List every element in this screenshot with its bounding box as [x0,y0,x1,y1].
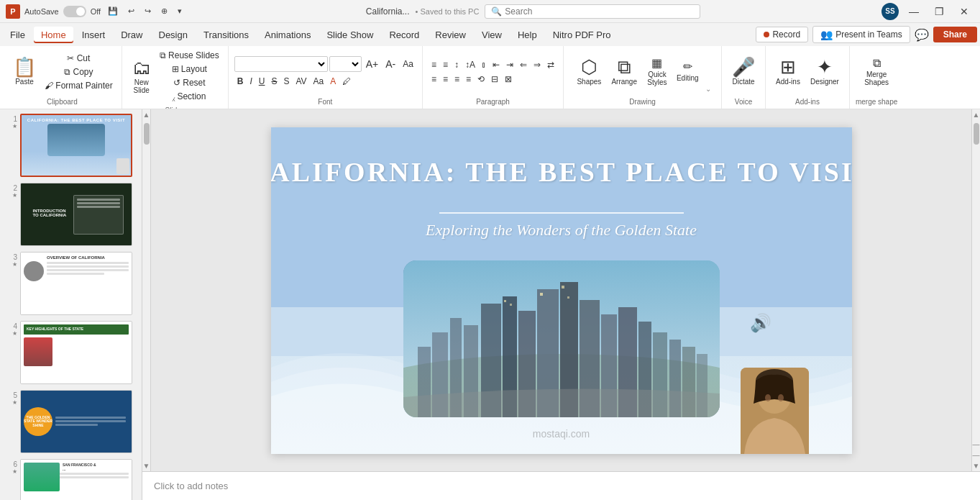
reuse-slides-button[interactable]: ⧉ Reuse Slides [157,49,222,62]
section-button[interactable]: ⁁ Section [157,90,222,103]
slide3-line2 [47,265,129,268]
new-slide-button[interactable]: 🗂 NewSlide [128,56,155,96]
search-box[interactable]: 🔍 [485,4,700,19]
bold-button[interactable]: B [234,75,247,88]
drawing-expand-button[interactable]: ⌄ [704,83,713,94]
menu-help[interactable]: Help [510,27,544,43]
text-align-button[interactable]: ⊟ [488,73,501,86]
redo-button[interactable]: ↪ [142,5,154,17]
rtl-button[interactable]: ⇐ [517,58,530,71]
change-case-button[interactable]: Aa [311,75,327,88]
smartart-button[interactable]: ⊠ [502,73,515,86]
share-button[interactable]: Share [933,27,977,42]
merge-shapes-button[interactable]: ⧉ MergeShapes [860,55,893,88]
autosave-toggle[interactable] [63,6,86,17]
font-grow-button[interactable]: A+ [363,57,382,71]
align-center-button[interactable]: ≡ [440,73,451,86]
font-color-button[interactable]: A [327,75,339,88]
font-shrink-button[interactable]: A- [383,57,398,71]
search-input[interactable] [505,6,694,17]
shadow-button[interactable]: S [280,75,292,88]
slide-thumb-3[interactable]: 3 ★ OVERVIEW OF CALIFORNIA [3,250,139,317]
font-size-select[interactable] [329,56,362,72]
new-slide-quick[interactable]: ⊕ [158,5,170,17]
editing-button[interactable]: ✏ Editing [673,59,702,84]
menu-view[interactable]: View [475,27,509,43]
char-spacing-button[interactable]: AV [293,75,309,88]
indent-increase-button[interactable]: ⇥ [503,58,516,71]
scroll-down-arrow[interactable]: ▼ [142,460,151,471]
align-left-button[interactable]: ≡ [429,73,439,86]
slide-thumb-1[interactable]: 1 ★ CALIFORNIA: THE BEST PLACE TO VISIT [3,112,139,178]
italic-button[interactable]: I [247,75,255,88]
save-button[interactable]: 💾 [105,5,121,17]
customize-quick[interactable]: ▾ [175,5,185,17]
slides-panel[interactable]: 1 ★ CALIFORNIA: THE BEST PLACE TO VISIT … [0,109,142,500]
restore-button[interactable]: ❐ [929,0,950,23]
reset-button[interactable]: ↺ Reset [157,76,222,89]
slide-thumb-5[interactable]: 5 ★ THE GOLDEN STATE WONDER SHINE [3,388,139,455]
record-button[interactable]: Record [756,27,808,42]
minimize-button[interactable]: — [903,0,925,23]
highlight-button[interactable]: 🖊 [339,75,354,88]
columns-button[interactable]: ⫾ [479,58,489,71]
add-ins-button[interactable]: ⊞ Add-ins [771,55,805,88]
font-family-select[interactable] [234,56,328,72]
slide-thumb-6[interactable]: 6 ★ SAN FRANCISCO &... [3,458,139,500]
menu-home[interactable]: Home [34,27,73,43]
canvas-area[interactable]: ▲ ▼ CALIFORNIA: THE BEST PLACE TO VISIT [142,109,980,471]
convert-button[interactable]: ⇄ [544,58,557,71]
menu-animations[interactable]: Animations [257,27,318,43]
slide-canvas[interactable]: CALIFORNIA: THE BEST PLACE TO VISIT Expl… [271,127,852,454]
scroll-up-arrow[interactable]: ▲ [142,109,151,120]
align-right-button[interactable]: ≡ [452,73,462,86]
strikethrough-button[interactable]: S [268,75,280,88]
menu-review[interactable]: Review [428,27,473,43]
quick-styles-button[interactable]: ▦ QuickStyles [643,55,672,88]
close-button[interactable]: ✕ [954,0,974,23]
present-teams-button[interactable]: 👥 Present in Teams [812,26,910,43]
menu-design[interactable]: Design [152,27,195,43]
line-spacing-button[interactable]: ↕ [452,58,462,71]
underline-button[interactable]: U [256,75,268,88]
format-painter-button[interactable]: 🖌 Format Painter [42,79,116,92]
ltr-button[interactable]: ⇒ [531,58,544,71]
undo-button[interactable]: ↩ [125,5,137,17]
bullets-button[interactable]: ≡ [429,58,439,71]
menu-transitions[interactable]: Transitions [196,27,256,43]
menu-insert[interactable]: Insert [75,27,113,43]
menu-slideshow[interactable]: Slide Show [319,27,380,43]
menu-nitro[interactable]: Nitro PDF Pro [546,27,618,43]
notes-area[interactable]: Click to add notes [142,471,980,500]
text-direction-button[interactable]: ⟲ [475,73,487,86]
slide-photo[interactable] [403,260,720,417]
right-scroll-mid1[interactable]: — [971,439,981,450]
justify-button[interactable]: ≡ [463,73,474,86]
clear-format-button[interactable]: Aa [400,58,416,71]
slide-thumb-2[interactable]: 2 ★ INTRODUCTIONTO CALIFORNIA [3,181,139,247]
indent-decrease-button[interactable]: ⇤ [490,58,503,71]
comment-button[interactable]: 💬 [915,28,929,42]
right-scroll-up[interactable]: ▲ [971,109,980,120]
avatar[interactable]: SS [881,3,899,20]
dictate-button[interactable]: 🎤 Dictate [728,55,759,88]
menu-file[interactable]: File [3,27,32,43]
sort-button[interactable]: ↕A [462,58,478,71]
right-scroll-mid2[interactable]: — [971,450,981,460]
right-scroll-thumb[interactable] [974,123,979,145]
right-scrollbar[interactable]: ▲ — — ▼ [971,109,980,471]
slide-thumb-4[interactable]: 4 ★ KEY HIGHLIGHTS OF THE STATE [3,319,139,386]
right-scroll-down[interactable]: ▼ [971,460,980,471]
scroll-thumb-left[interactable] [144,123,150,145]
left-scrollbar[interactable]: ▲ ▼ [142,109,151,471]
menu-draw[interactable]: Draw [114,27,150,43]
arrange-button[interactable]: ⧉ Arrange [607,55,641,88]
copy-button[interactable]: ⧉ Copy [42,65,116,78]
paste-button[interactable]: 📋 Paste [9,55,40,88]
designer-button[interactable]: ✦ Designer [806,55,843,88]
cut-button[interactable]: ✂ Cut [42,52,116,65]
numbering-button[interactable]: ≡ [440,58,451,71]
menu-record[interactable]: Record [382,27,426,43]
layout-button[interactable]: ⊞ Layout [157,63,222,76]
shapes-button[interactable]: ⬡ Shapes [572,55,605,88]
